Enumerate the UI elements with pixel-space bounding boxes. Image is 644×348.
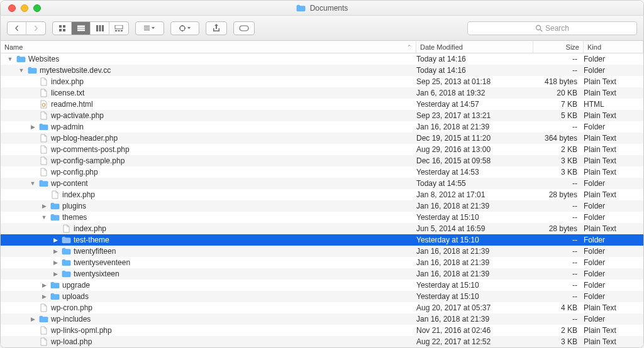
column-header-kind[interactable]: Kind [584, 41, 643, 53]
file-row[interactable]: wp-activate.phpSep 23, 2017 at 13:215 KB… [1, 110, 643, 121]
back-button[interactable] [8, 22, 26, 35]
svg-rect-8 [99, 25, 101, 31]
file-row[interactable]: ▼wp-contentToday at 14:55--Folder [1, 178, 643, 189]
file-row[interactable]: ▶uploadsYesterday at 15:10--Folder [1, 291, 643, 302]
file-kind: Plain Text [584, 337, 643, 346]
traffic-lights [1, 4, 41, 12]
disclosure-triangle-icon[interactable]: ▶ [30, 316, 36, 322]
folder-icon [296, 3, 306, 13]
arrange-button[interactable] [136, 22, 164, 35]
disclosure-triangle-icon[interactable]: ▶ [52, 271, 58, 277]
file-size: 364 bytes [533, 134, 584, 143]
svg-rect-5 [77, 28, 85, 29]
column-header-date[interactable]: Date Modified [416, 41, 533, 53]
file-kind: Folder [584, 315, 643, 324]
file-row[interactable]: wp-cron.phpAug 20, 2017 at 05:374 KBPlai… [1, 302, 643, 313]
svg-rect-11 [115, 30, 117, 31]
file-list[interactable]: ▼WebsitesToday at 14:16--Folder▼mytestwe… [1, 53, 643, 347]
file-row[interactable]: wp-config.phpYesterday at 14:533 KBPlain… [1, 166, 643, 178]
action-group [170, 21, 199, 35]
file-row[interactable]: license.txtJan 6, 2018 at 19:3220 KBPlai… [1, 87, 643, 99]
file-date: Dec 16, 2015 at 09:58 [416, 156, 533, 165]
file-size: -- [533, 292, 584, 301]
disclosure-triangle-icon[interactable]: ▶ [52, 248, 58, 254]
disclosure-triangle-icon[interactable]: ▼ [7, 56, 13, 62]
search-field[interactable]: Search [467, 21, 637, 35]
file-row[interactable]: wp-config-sample.phpDec 16, 2015 at 09:5… [1, 155, 643, 166]
file-row[interactable]: wp-blog-header.phpDec 19, 2015 at 11:203… [1, 133, 643, 144]
file-row[interactable]: ▶wp-adminJan 16, 2018 at 21:39--Folder [1, 121, 643, 133]
file-row[interactable]: ▶twentyfifteenJan 16, 2018 at 21:39--Fol… [1, 246, 643, 257]
file-row[interactable]: index.phpSep 25, 2013 at 01:18418 bytesP… [1, 76, 643, 87]
close-window-button[interactable] [8, 4, 16, 12]
disclosure-triangle-icon[interactable]: ▶ [52, 259, 58, 266]
share-button[interactable] [206, 21, 227, 35]
file-row[interactable]: ▶pluginsJan 16, 2018 at 21:39--Folder [1, 200, 643, 212]
file-kind: Folder [584, 122, 643, 131]
file-date: Aug 22, 2017 at 12:52 [416, 337, 533, 346]
svg-rect-16 [144, 30, 150, 30]
file-kind: Folder [584, 55, 643, 63]
disclosure-triangle-icon[interactable]: ▼ [41, 214, 47, 220]
file-date: Jan 16, 2018 at 21:39 [416, 122, 533, 131]
arrange-group [135, 21, 164, 35]
column-view-button[interactable] [91, 22, 109, 35]
zoom-window-button[interactable] [33, 4, 41, 12]
file-name: twentysixteen [74, 269, 119, 278]
nav-back-forward [7, 21, 46, 35]
disclosure-triangle-icon[interactable]: ▶ [30, 124, 36, 130]
file-row[interactable]: wp-load.phpAug 22, 2017 at 12:523 KBPlai… [1, 336, 643, 347]
file-kind: Plain Text [584, 77, 643, 86]
minimize-window-button[interactable] [21, 4, 28, 12]
file-row[interactable]: index.phpJan 8, 2012 at 17:0128 bytesPla… [1, 189, 643, 200]
tags-button[interactable] [233, 21, 255, 35]
file-row[interactable]: ▶upgradeYesterday at 15:10--Folder [1, 280, 643, 291]
file-kind: Folder [584, 258, 643, 267]
disclosure-triangle-icon[interactable]: ▶ [52, 237, 58, 243]
disclosure-triangle-icon[interactable]: ▶ [41, 203, 47, 209]
action-menu-button[interactable] [171, 22, 199, 35]
file-row[interactable]: readme.htmlYesterday at 14:577 KBHTML [1, 99, 643, 110]
svg-rect-15 [144, 28, 150, 28]
file-size: -- [533, 247, 584, 256]
list-view-button[interactable] [72, 22, 91, 35]
file-kind: Plain Text [584, 156, 643, 165]
file-name: wp-admin [51, 122, 84, 131]
file-row[interactable]: ▶test-themeYesterday at 15:10--Folder [1, 234, 643, 246]
column-header-size[interactable]: Size [533, 41, 584, 53]
gallery-view-button[interactable] [109, 22, 128, 35]
disclosure-triangle-icon[interactable]: ▼ [30, 180, 36, 187]
file-row[interactable]: ▼themesYesterday at 15:10--Folder [1, 212, 643, 223]
file-name: index.php [74, 224, 106, 233]
search-placeholder: Search [545, 24, 569, 33]
file-row[interactable]: ▶wp-includesJan 16, 2018 at 21:39--Folde… [1, 313, 643, 325]
file-row[interactable]: ▶twentysixteenJan 16, 2018 at 21:39--Fol… [1, 268, 643, 280]
file-name: Websites [28, 55, 59, 63]
folder-icon [50, 280, 60, 290]
disclosure-triangle-icon[interactable]: ▶ [41, 282, 47, 288]
file-row[interactable]: index.phpJun 5, 2014 at 16:5928 bytesPla… [1, 223, 643, 234]
forward-button[interactable] [26, 22, 45, 35]
disclosure-triangle-icon[interactable]: ▶ [41, 293, 47, 300]
file-date: Today at 14:55 [416, 179, 533, 188]
file-kind: HTML [584, 100, 643, 109]
disclosure-triangle-icon[interactable]: ▼ [18, 67, 25, 73]
file-row[interactable]: wp-links-opml.phpNov 21, 2016 at 02:462 … [1, 325, 643, 336]
file-row[interactable]: ▼mytestwebsite.dev.ccToday at 14:16--Fol… [1, 65, 643, 76]
file-kind: Folder [584, 292, 643, 301]
file-icon [38, 325, 48, 335]
file-name: index.php [62, 190, 95, 199]
column-header-name[interactable]: Name ⌃ [1, 41, 416, 53]
window-title: Documents [1, 3, 643, 13]
file-icon [38, 111, 48, 121]
file-row[interactable]: ▼WebsitesToday at 14:16--Folder [1, 53, 643, 65]
file-row[interactable]: ▶twentyseventeenJan 16, 2018 at 21:39--F… [1, 257, 643, 268]
file-size: -- [533, 281, 584, 290]
window-title-text: Documents [310, 4, 348, 13]
file-kind: Plain Text [584, 224, 643, 233]
file-row[interactable]: wp-comments-post.phpAug 29, 2016 at 13:0… [1, 144, 643, 155]
file-icon [38, 337, 48, 347]
icon-view-button[interactable] [53, 22, 72, 35]
svg-rect-14 [144, 26, 150, 26]
folder-icon [50, 201, 60, 211]
